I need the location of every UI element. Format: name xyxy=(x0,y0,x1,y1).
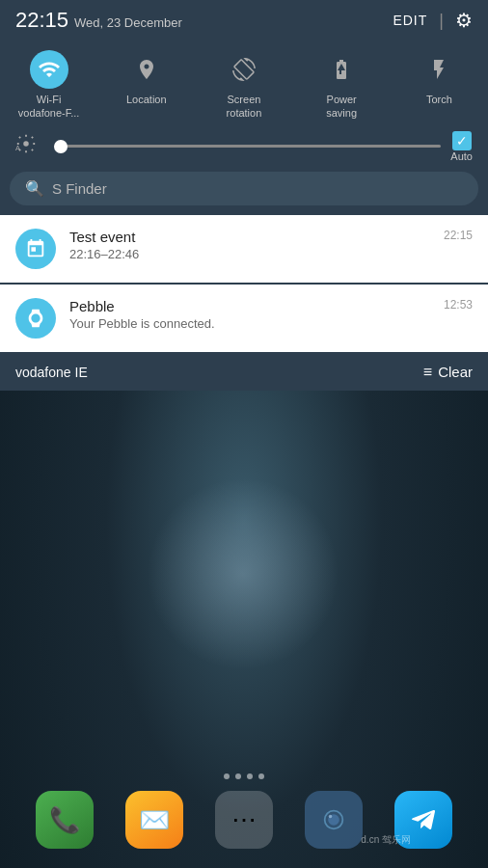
notification-body: 22:16–22:46 xyxy=(69,247,430,261)
brightness-row: A ✓ Auto xyxy=(0,125,488,168)
location-label: Location xyxy=(126,93,167,106)
s-finder-search-icon: 🔍 xyxy=(25,179,44,198)
dot-4 xyxy=(258,773,264,779)
date: Wed, 23 December xyxy=(74,15,182,30)
clock: 22:15 xyxy=(15,8,68,33)
qs-wifi[interactable]: Wi-Fivodafone-F... xyxy=(6,50,93,121)
s-finder[interactable]: 🔍 S Finder xyxy=(10,172,478,205)
brightness-slider[interactable] xyxy=(54,145,441,148)
qs-location[interactable]: Location xyxy=(103,50,190,121)
clear-icon: ≡ xyxy=(423,364,432,381)
wifi-icon xyxy=(30,50,68,89)
status-bar: 22:15 Wed, 23 December EDIT | ⚙ xyxy=(0,0,488,41)
wifi-label: Wi-Fivodafone-F... xyxy=(18,93,80,121)
page-dots xyxy=(19,773,469,779)
power-saving-icon xyxy=(322,50,361,89)
qs-power-saving[interactable]: Powersaving xyxy=(298,50,385,121)
clear-button[interactable]: ≡ Clear xyxy=(423,364,473,381)
power-saving-label: Powersaving xyxy=(326,93,357,121)
dock: 📞 ✉️ ⋯ xyxy=(0,764,488,868)
brightness-thumb xyxy=(54,140,68,153)
location-icon xyxy=(127,50,166,89)
calendar-icon xyxy=(15,229,56,269)
dot-2 xyxy=(235,773,241,779)
notifications-area: Test event 22:16–22:46 22:15 Pebble Your… xyxy=(0,209,488,352)
notifications-footer: vodafone IE ≡ Clear xyxy=(0,354,488,391)
notification-time: 22:15 xyxy=(444,229,473,242)
notification-test-event[interactable]: Test event 22:16–22:46 22:15 xyxy=(0,215,488,283)
qs-torch[interactable]: Torch xyxy=(395,50,482,121)
settings-icon[interactable]: ⚙ xyxy=(455,9,473,32)
clear-label: Clear xyxy=(438,364,473,380)
rotation-icon xyxy=(225,50,263,89)
status-right: EDIT | ⚙ xyxy=(393,9,473,32)
notification-pebble-content: Pebble Your Pebble is connected. xyxy=(69,298,430,331)
svg-text:A: A xyxy=(15,144,20,152)
notification-title: Test event xyxy=(69,229,430,245)
dot-1 xyxy=(224,773,230,779)
brightness-icon: A xyxy=(15,133,44,159)
status-left: 22:15 Wed, 23 December xyxy=(15,8,182,33)
qs-rotation[interactable]: Screenrotation xyxy=(201,50,287,121)
svg-point-4 xyxy=(329,815,333,819)
quick-settings: Wi-Fivodafone-F... Location Screenrotati… xyxy=(0,41,488,125)
auto-label: Auto xyxy=(450,150,473,162)
notification-pebble[interactable]: Pebble Your Pebble is connected. 12:53 xyxy=(0,285,488,352)
carrier-name: vodafone IE xyxy=(15,365,88,380)
pebble-body: Your Pebble is connected. xyxy=(69,316,430,331)
torch-label: Torch xyxy=(426,93,452,106)
svg-point-0 xyxy=(23,141,29,147)
dot-3 xyxy=(247,773,253,779)
divider: | xyxy=(439,11,444,31)
auto-brightness[interactable]: ✓ Auto xyxy=(450,131,473,162)
s-finder-label: S Finder xyxy=(52,180,107,197)
brightness-track xyxy=(54,145,441,148)
watch-icon xyxy=(15,298,56,339)
pebble-time: 12:53 xyxy=(444,298,473,312)
dock-phone[interactable]: 📞 xyxy=(36,791,94,849)
watermark: d.cn 驾乐网 xyxy=(361,833,411,847)
dock-apps[interactable]: ⋯ xyxy=(215,791,273,849)
dock-camera[interactable] xyxy=(305,791,363,849)
dock-messages[interactable]: ✉️ xyxy=(125,791,183,849)
notification-test-event-content: Test event 22:16–22:46 xyxy=(69,229,430,261)
pebble-title: Pebble xyxy=(69,298,430,314)
rotation-label: Screenrotation xyxy=(227,93,262,121)
torch-icon xyxy=(420,50,458,89)
edit-button[interactable]: EDIT xyxy=(393,13,427,28)
auto-checkbox: ✓ xyxy=(452,131,472,150)
notification-panel: 22:15 Wed, 23 December EDIT | ⚙ Wi-Fivod… xyxy=(0,0,488,391)
